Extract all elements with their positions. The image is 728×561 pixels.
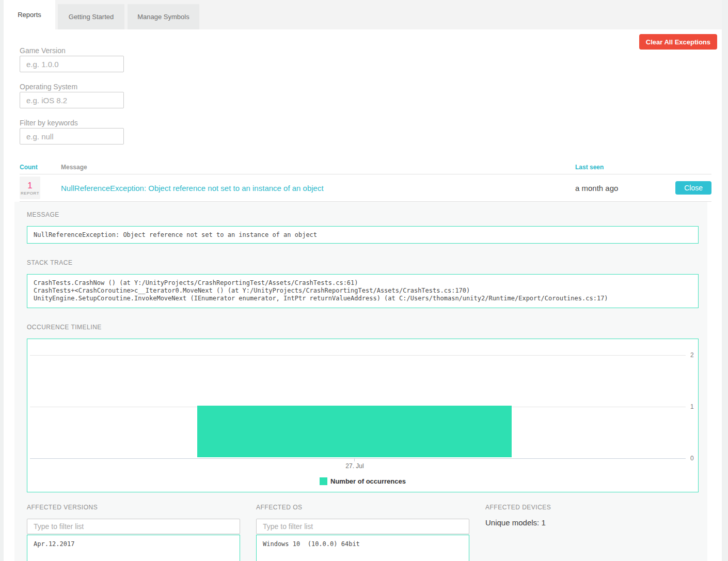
affected-os-item[interactable]: Windows 10 (10.0.0) 64bit [263, 540, 463, 548]
tab-manage-symbols-label: Manage Symbols [137, 13, 189, 21]
exception-detail-panel: MESSAGE NullReferenceException: Object r… [14, 202, 707, 561]
count-badge: 1 REPORT [20, 177, 40, 199]
affected-os-label: AFFECTED OS [256, 504, 469, 512]
x-axis-tick-mark [354, 458, 355, 461]
last-seen-cell: a month ago Close [575, 181, 711, 195]
count-column-header: Count [20, 164, 61, 171]
affected-devices-label: AFFECTED DEVICES [485, 504, 699, 512]
game-version-label: Game Version [20, 46, 722, 55]
message-box: NullReferenceException: Object reference… [27, 226, 699, 244]
affected-versions-section: AFFECTED VERSIONS Apr.12.2017 [27, 504, 240, 561]
count-value: 1 [27, 181, 32, 190]
stack-trace-box: CrashTests.CrashNow () (at Y:/UnityProje… [27, 274, 699, 308]
y-axis-tick: 1 [690, 403, 694, 410]
x-axis-line: 0 [30, 458, 686, 459]
operating-system-label: Operating System [20, 83, 722, 91]
affected-versions-label: AFFECTED VERSIONS [27, 504, 240, 512]
table-header: Count Message Last seen [20, 160, 711, 174]
occurrence-bar [197, 406, 512, 457]
occurrence-timeline-chart: 2 1 0 27. Jul Number of occurrences [27, 339, 699, 492]
y-axis-tick: 2 [690, 351, 694, 359]
affected-version-item[interactable]: Apr.12.2017 [34, 540, 233, 548]
x-axis-tick-label: 27. Jul [345, 462, 363, 470]
count-unit-label: REPORT [21, 191, 39, 196]
filter-form: Game Version Operating System Filter by … [20, 46, 722, 145]
game-version-input[interactable] [20, 56, 124, 72]
stack-trace-line: CrashTests.CrashNow () (at Y:/UnityProje… [34, 279, 692, 287]
main-window: Reports Getting Started Manage Symbols C… [4, 0, 722, 561]
tab-reports-label: Reports [18, 11, 41, 19]
tab-manage-symbols[interactable]: Manage Symbols [128, 4, 199, 29]
keywords-group: Filter by keywords [20, 119, 722, 145]
game-version-group: Game Version [20, 46, 722, 72]
tab-bar: Reports Getting Started Manage Symbols [4, 0, 722, 29]
message-column-header: Message [61, 164, 575, 171]
stack-trace-line: UnityEngine.SetupCoroutine.InvokeMoveNex… [34, 295, 692, 302]
operating-system-input[interactable] [20, 92, 124, 108]
clear-all-exceptions-button[interactable]: Clear All Exceptions [639, 34, 717, 50]
stack-trace-line: CrashTests+<CrashCoroutine>c__Iterator0.… [34, 287, 692, 295]
affected-columns: AFFECTED VERSIONS Apr.12.2017 AFFECTED O… [27, 504, 699, 561]
stack-trace-section-label: STACK TRACE [27, 259, 699, 268]
affected-os-section: AFFECTED OS Windows 10 (10.0.0) 64bit [256, 504, 469, 561]
affected-versions-list: Apr.12.2017 [27, 535, 240, 561]
legend-swatch [320, 477, 327, 485]
y-axis-tick: 0 [690, 455, 694, 462]
chart-legend: Number of occurrences [27, 477, 698, 485]
message-text: NullReferenceException: Object reference… [34, 231, 317, 238]
keywords-input[interactable] [20, 128, 124, 145]
tab-getting-started[interactable]: Getting Started [58, 4, 124, 29]
table-row: 1 REPORT NullReferenceException: Object … [20, 174, 711, 202]
affected-devices-section: AFFECTED DEVICES Unique models: 1 [485, 504, 699, 561]
operating-system-group: Operating System [20, 83, 722, 108]
timeline-section-label: OCCURENCE TIMELINE [27, 324, 699, 332]
message-section-label: MESSAGE [27, 211, 699, 220]
legend-label: Number of occurrences [330, 477, 406, 485]
last-seen-value: a month ago [575, 184, 675, 193]
exceptions-table: Count Message Last seen 1 REPORT NullRef… [20, 160, 711, 202]
last-seen-column-header: Last seen [575, 164, 711, 171]
tab-reports[interactable]: Reports [4, 0, 55, 29]
unique-models-text: Unique models: 1 [485, 518, 699, 527]
affected-os-list: Windows 10 (10.0.0) 64bit [256, 535, 469, 561]
gridline-2: 2 [30, 355, 686, 356]
affected-os-filter-input[interactable] [256, 519, 469, 534]
close-button[interactable]: Close [675, 181, 711, 195]
exception-message-link[interactable]: NullReferenceException: Object reference… [61, 184, 575, 193]
keywords-label: Filter by keywords [20, 119, 722, 127]
affected-versions-filter-input[interactable] [27, 519, 240, 534]
tab-getting-started-label: Getting Started [69, 13, 114, 21]
